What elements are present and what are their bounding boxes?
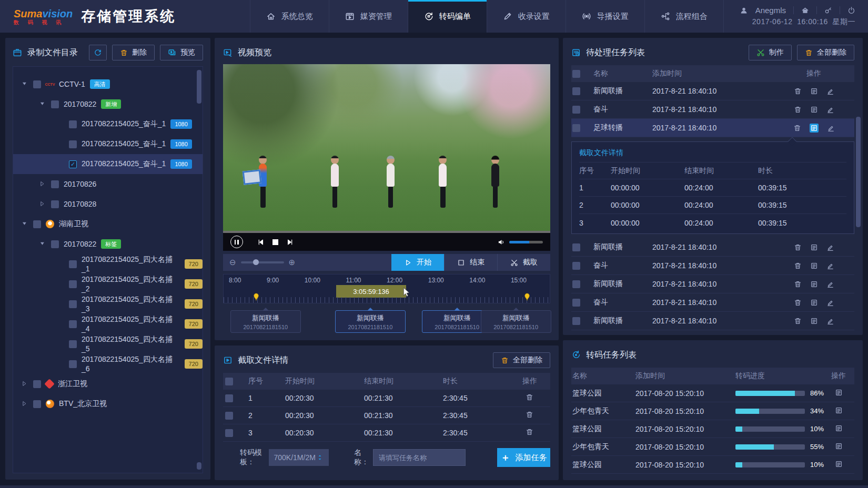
volume-slider[interactable] xyxy=(509,241,543,243)
delete-all-button[interactable]: 全部删除 xyxy=(797,45,854,60)
checkbox[interactable] xyxy=(33,80,41,88)
expand-icon[interactable] xyxy=(39,200,46,208)
delete-task-icon[interactable] xyxy=(794,280,802,288)
scrollbar-down[interactable] xyxy=(197,462,201,470)
pending-task-row[interactable]: 奋斗2017-8-21 18:40:10 xyxy=(571,100,854,119)
checkbox[interactable] xyxy=(51,240,59,248)
edit-task-icon[interactable] xyxy=(826,87,834,95)
row-checkbox[interactable] xyxy=(225,394,233,402)
checkbox[interactable] xyxy=(33,400,41,408)
refresh-button[interactable] xyxy=(89,45,107,60)
zoom-out-icon[interactable]: ⊖ xyxy=(229,258,236,267)
tree-item[interactable]: 20170828 xyxy=(13,194,203,214)
nav-item-transcode-order[interactable]: 转码编单 xyxy=(408,0,487,33)
home-shortcut-icon[interactable] xyxy=(801,6,809,14)
volume-icon[interactable] xyxy=(498,238,506,246)
task-detail-icon[interactable] xyxy=(810,106,818,114)
timeline[interactable]: 8:009:0010:0011:0012:0013:0014:0015:00 3… xyxy=(223,274,550,303)
delete-button[interactable]: 删除 xyxy=(112,45,155,60)
tree-item[interactable]: 湖南卫视 xyxy=(13,214,203,234)
task-name-input[interactable] xyxy=(373,449,466,466)
add-task-button[interactable]: ＋添加任务 xyxy=(497,448,550,467)
tree-item[interactable]: 20170822154025_奋斗_11080 xyxy=(13,114,203,134)
task-detail-icon[interactable] xyxy=(810,280,818,288)
start-button[interactable]: 开始 xyxy=(391,254,444,271)
pending-task-row[interactable]: 新闻联播2017-8-21 18:40:10 xyxy=(571,312,854,330)
tree-item[interactable]: 20170822标签 xyxy=(13,234,203,254)
task-detail-icon[interactable] xyxy=(835,460,843,468)
make-button[interactable]: 制作 xyxy=(749,45,792,60)
delete-task-icon[interactable] xyxy=(794,299,802,307)
program-clip-card[interactable]: 新闻联播20170821181510 xyxy=(481,310,551,333)
nav-item-record-settings[interactable]: 收录设置 xyxy=(487,0,566,33)
checkbox[interactable] xyxy=(69,360,77,368)
task-detail-icon[interactable] xyxy=(835,424,843,432)
delete-row-icon[interactable] xyxy=(526,428,533,436)
row-checkbox[interactable] xyxy=(572,299,580,307)
checkbox[interactable] xyxy=(69,280,77,288)
edit-task-icon[interactable] xyxy=(826,299,834,307)
nav-item-director-settings[interactable]: 导播设置 xyxy=(566,0,644,33)
pause-button[interactable] xyxy=(230,236,243,248)
delete-row-icon[interactable] xyxy=(526,393,533,401)
checkbox[interactable]: ✓ xyxy=(69,160,77,168)
delete-row-icon[interactable] xyxy=(526,411,533,419)
task-detail-icon[interactable] xyxy=(835,406,843,414)
tree-item[interactable]: 浙江卫视 xyxy=(13,374,203,394)
edit-task-icon[interactable] xyxy=(826,262,834,270)
tree-item[interactable]: 20170822154025_四大名捕_1720 xyxy=(13,254,203,274)
row-checkbox[interactable] xyxy=(572,280,580,288)
delete-task-icon[interactable] xyxy=(794,262,802,270)
checkbox[interactable] xyxy=(33,380,41,388)
tree-item[interactable]: 20170822新增 xyxy=(13,94,203,114)
popup-title[interactable]: 截取文件详情 xyxy=(579,146,846,162)
video-frame[interactable] xyxy=(223,64,550,231)
checkbox[interactable] xyxy=(69,140,77,148)
collapse-icon[interactable] xyxy=(39,100,46,108)
logout-icon[interactable] xyxy=(847,6,855,14)
checkbox[interactable] xyxy=(51,100,59,108)
task-detail-icon[interactable] xyxy=(810,299,818,307)
row-checkbox[interactable] xyxy=(572,106,580,114)
checkbox[interactable] xyxy=(69,300,77,308)
task-detail-icon[interactable] xyxy=(810,243,818,251)
checkbox[interactable] xyxy=(69,120,77,128)
scrollbar-thumb[interactable] xyxy=(856,117,861,227)
row-checkbox[interactable] xyxy=(572,124,580,132)
table-row[interactable]: 100:20:3000:21:302:30:45 xyxy=(223,390,550,407)
edit-task-icon[interactable] xyxy=(827,124,835,132)
zoom-in-icon[interactable]: ⊕ xyxy=(289,258,296,267)
task-detail-icon[interactable] xyxy=(810,124,819,133)
checkbox[interactable] xyxy=(51,200,59,208)
row-checkbox[interactable] xyxy=(572,317,580,325)
tree-item[interactable]: BTV_北京卫视 xyxy=(13,394,203,414)
delete-task-icon[interactable] xyxy=(794,87,802,95)
pending-task-row[interactable]: 足球转播2017-8-21 18:40:10 xyxy=(571,119,854,137)
delete-task-icon[interactable] xyxy=(794,243,802,251)
capture-button[interactable]: 截取 xyxy=(497,254,550,271)
task-detail-icon[interactable] xyxy=(810,262,818,270)
tree-item[interactable]: 20170822154025_四大名捕_6720 xyxy=(13,354,203,374)
edit-task-icon[interactable] xyxy=(826,317,834,325)
timeline-marker-pin[interactable] xyxy=(524,293,530,302)
tree-item[interactable]: 20170822154025_奋斗_11080 xyxy=(13,134,203,154)
next-frame-button[interactable] xyxy=(286,238,294,246)
checkbox[interactable] xyxy=(69,320,77,328)
task-detail-icon[interactable] xyxy=(835,389,843,396)
edit-task-icon[interactable] xyxy=(826,243,834,251)
tree-item[interactable]: CCTVCCTV-1高清 xyxy=(13,74,203,94)
row-checkbox[interactable] xyxy=(225,429,233,437)
delete-task-icon[interactable] xyxy=(793,124,801,132)
delete-task-icon[interactable] xyxy=(794,106,802,114)
prev-frame-button[interactable] xyxy=(257,238,265,246)
nav-item-overview[interactable]: 系统总览 xyxy=(250,0,329,33)
table-row[interactable]: 200:20:3000:21:302:30:45 xyxy=(223,407,550,424)
pending-task-row[interactable]: 奋斗2017-8-21 18:40:10 xyxy=(571,293,854,312)
preview-button[interactable]: 预览 xyxy=(160,45,203,60)
checkbox[interactable] xyxy=(69,340,77,348)
program-clip-card[interactable]: 新闻联播20170821181510 xyxy=(230,310,301,333)
tree-item[interactable]: 20170822154025_四大名捕_3720 xyxy=(13,294,203,314)
collapse-icon[interactable] xyxy=(22,80,28,88)
program-clip-card[interactable]: 新闻联播20170821181510 xyxy=(335,310,406,333)
select-all-checkbox[interactable] xyxy=(225,378,233,385)
